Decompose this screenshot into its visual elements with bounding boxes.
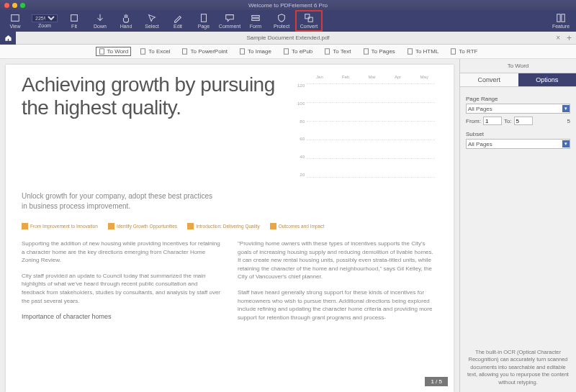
- tool-comment[interactable]: Comment: [217, 11, 242, 31]
- convert-subtoolbar: To Word To Excel To PowerPoint To Image …: [0, 45, 576, 59]
- subset-select[interactable]: All Pages▾: [466, 139, 570, 149]
- doc-heading: Achieving growth by pursuing the highest…: [22, 73, 281, 181]
- document-viewport[interactable]: Achieving growth by pursuing the highest…: [0, 59, 459, 392]
- tool-feature[interactable]: Feature: [549, 11, 573, 31]
- doc-col-right: "Providing home owners with these types …: [238, 240, 438, 329]
- tool-view[interactable]: View: [3, 11, 27, 31]
- sub-to-pages[interactable]: To Pages: [360, 47, 398, 56]
- tool-down[interactable]: Down: [88, 11, 112, 31]
- app-title: Welcome to PDFelement 6 Pro: [0, 2, 576, 9]
- pdf-page: Achieving growth by pursuing the highest…: [6, 65, 454, 392]
- svg-rect-6: [308, 17, 312, 22]
- subset-label: Subset: [466, 131, 570, 137]
- page-max: 5: [567, 118, 570, 124]
- doc-col-left: Supporting the addition of new housing w…: [22, 240, 222, 329]
- doc-icon: [450, 48, 456, 55]
- svg-rect-0: [12, 15, 19, 22]
- tool-hand[interactable]: Hand: [114, 11, 138, 31]
- convert-sidebar: To Word Convert Options Page Range All P…: [459, 59, 576, 392]
- doc-categories: From Improvement to InnovationIdentify G…: [22, 223, 438, 229]
- to-label: To:: [504, 118, 512, 124]
- tab-close[interactable]: ×: [556, 34, 560, 42]
- doc-subtitle: Unlock growth for your company, adopt th…: [22, 191, 216, 211]
- sub-to-epub[interactable]: To ePub: [280, 47, 315, 56]
- svg-rect-3: [252, 16, 260, 18]
- svg-rect-7: [557, 14, 560, 22]
- svg-rect-9: [99, 49, 104, 55]
- main-toolbar: View 225%Zoom Fit Down Hand Select Edit …: [0, 10, 576, 32]
- tool-select[interactable]: Select: [140, 11, 164, 31]
- sub-to-rtf[interactable]: To RTF: [447, 47, 480, 56]
- tool-form[interactable]: Form: [243, 11, 268, 31]
- svg-rect-15: [364, 49, 368, 55]
- to-input[interactable]: [514, 117, 533, 125]
- svg-rect-17: [451, 49, 456, 55]
- sidebar-tab-options[interactable]: Options: [518, 73, 577, 87]
- doc-icon: [239, 48, 246, 55]
- doc-icon: [99, 48, 105, 55]
- sidebar-title: To Word: [460, 59, 576, 73]
- document-tab-title[interactable]: Sample Document Extended.pdf: [0, 35, 576, 41]
- svg-rect-10: [141, 49, 145, 55]
- tab-add[interactable]: +: [567, 33, 572, 43]
- page-range-label: Page Range: [466, 96, 570, 102]
- sub-to-text[interactable]: To Text: [321, 47, 354, 56]
- tool-edit[interactable]: Edit: [166, 11, 190, 31]
- doc-icon: [363, 48, 369, 55]
- bar-chart: JanFebMarAprMay 12010080604020: [294, 73, 438, 181]
- doc-icon: [140, 48, 146, 55]
- sub-to-powerpoint[interactable]: To PowerPoint: [179, 47, 230, 56]
- svg-rect-8: [562, 14, 564, 22]
- chevron-down-icon: ▾: [562, 105, 570, 112]
- svg-rect-1: [71, 15, 78, 22]
- svg-rect-4: [252, 19, 260, 21]
- svg-rect-13: [284, 49, 288, 55]
- page-range-select[interactable]: All Pages▾: [466, 104, 570, 114]
- sub-to-image[interactable]: To Image: [236, 47, 274, 56]
- sub-to-excel[interactable]: To Excel: [137, 47, 173, 56]
- page-indicator: 1 / 5: [425, 377, 448, 386]
- from-label: From:: [466, 118, 481, 124]
- doc-icon: [283, 48, 289, 55]
- svg-rect-5: [305, 14, 310, 19]
- titlebar: Welcome to PDFelement 6 Pro: [0, 0, 576, 10]
- chevron-down-icon: ▾: [562, 140, 570, 147]
- doc-icon: [407, 48, 413, 55]
- tool-convert[interactable]: Convert: [295, 10, 323, 32]
- svg-rect-11: [183, 49, 187, 55]
- tool-page[interactable]: Page: [192, 11, 216, 31]
- svg-rect-12: [240, 49, 245, 55]
- from-input[interactable]: [483, 117, 502, 125]
- ocr-footer-text: The built-in OCR (Optical Character Reco…: [460, 343, 576, 393]
- tool-protect[interactable]: Protect: [269, 11, 294, 31]
- sidebar-tab-convert[interactable]: Convert: [460, 73, 518, 87]
- sub-to-word[interactable]: To Word: [96, 47, 132, 56]
- tool-zoom[interactable]: 225%Zoom: [29, 11, 60, 31]
- document-tabbar: Sample Document Extended.pdf × +: [0, 32, 576, 45]
- doc-icon: [324, 48, 330, 55]
- zoom-select[interactable]: 225%: [32, 14, 58, 22]
- svg-rect-2: [202, 14, 207, 22]
- doc-icon: [181, 48, 188, 55]
- tool-fit[interactable]: Fit: [62, 11, 86, 31]
- svg-rect-14: [325, 49, 330, 55]
- svg-rect-16: [408, 49, 412, 55]
- sub-to-html[interactable]: To HTML: [404, 47, 441, 56]
